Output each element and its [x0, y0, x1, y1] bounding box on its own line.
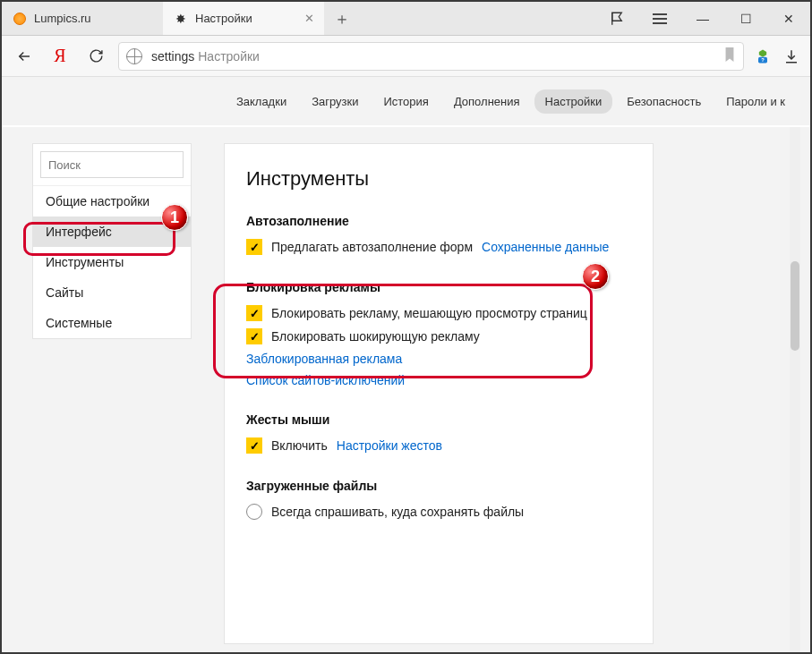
autofill-heading: Автозаполнение [246, 214, 631, 228]
sidebar-search-input[interactable] [40, 151, 184, 178]
new-tab-button[interactable]: ＋ [324, 2, 360, 35]
nav-addons[interactable]: Дополнения [443, 89, 531, 114]
svg-text:?: ? [761, 56, 765, 62]
autofill-label: Предлагать автозаполнение форм [271, 240, 473, 254]
bookmark-icon[interactable] [723, 47, 736, 65]
address-text: settingsНастройки [151, 49, 260, 64]
close-window-icon[interactable]: ✕ [767, 2, 810, 35]
nav-security[interactable]: Безопасность [616, 89, 712, 114]
tab-title: Настройки [195, 12, 252, 25]
sidebar-wrap: Общие настройки Интерфейс Инструменты Са… [2, 127, 208, 652]
sidebar-item-tools[interactable]: Инструменты [33, 247, 191, 277]
svg-rect-2 [653, 22, 667, 24]
radio-ask-where[interactable] [246, 504, 262, 520]
minimize-icon[interactable]: — [681, 2, 724, 35]
nav-bookmarks[interactable]: Закладки [226, 89, 297, 114]
downloads-radio-label: Всегда спрашивать, куда сохранять файлы [271, 505, 524, 519]
section-autofill: Автозаполнение ✓ Предлагать автозаполнен… [246, 214, 631, 255]
section-gestures: Жесты мыши ✓ Включить Настройки жестов [246, 412, 631, 454]
settings-top-nav: Закладки Загрузки История Дополнения Нас… [2, 77, 810, 125]
reload-icon[interactable] [82, 43, 109, 70]
download-icon[interactable] [782, 47, 801, 66]
annotation-box-2 [213, 284, 593, 378]
close-tab-icon[interactable]: ✕ [304, 14, 313, 23]
gestures-label: Включить [271, 438, 328, 453]
browser-tabs-bar: Lumpics.ru ✸ Настройки ✕ ＋ — ☐ ✕ [2, 2, 810, 36]
panel-title: Инструменты [246, 167, 631, 191]
address-bar[interactable]: settingsНастройки [118, 42, 744, 71]
annotation-number-1: 1 [161, 204, 188, 231]
sidebar-item-system[interactable]: Системные [33, 308, 191, 338]
tab-title: Lumpics.ru [34, 12, 91, 25]
nav-passwords[interactable]: Пароли и к [715, 89, 796, 114]
globe-icon [126, 48, 142, 64]
back-icon[interactable] [11, 43, 38, 70]
annotation-number-2: 2 [582, 263, 609, 290]
nav-settings[interactable]: Настройки [534, 89, 613, 114]
svg-rect-1 [653, 18, 667, 20]
checkbox-autofill[interactable]: ✓ [246, 239, 262, 255]
section-downloads: Загруженные файлы Всегда спрашивать, куд… [246, 479, 631, 520]
settings-body: Общие настройки Интерфейс Инструменты Са… [2, 127, 810, 652]
settings-panel: Инструменты Автозаполнение ✓ Предлагать … [224, 143, 654, 644]
sidebar-item-sites[interactable]: Сайты [33, 277, 191, 308]
window-controls: — ☐ ✕ [595, 2, 810, 35]
nav-history[interactable]: История [372, 89, 439, 114]
menu-icon[interactable] [638, 2, 681, 35]
main-panel: Инструменты Автозаполнение ✓ Предлагать … [208, 127, 810, 652]
gear-icon: ✸ [174, 12, 188, 26]
addons-icon[interactable]: ? [753, 47, 773, 66]
yandex-logo-icon[interactable]: Я [47, 43, 73, 70]
gestures-settings-link[interactable]: Настройки жестов [337, 438, 442, 453]
autofill-saved-link[interactable]: Сохраненные данные [482, 240, 609, 254]
maximize-icon[interactable]: ☐ [724, 2, 767, 35]
scrollbar-track[interactable] [790, 127, 800, 652]
nav-downloads[interactable]: Загрузки [301, 89, 369, 114]
checkbox-gestures[interactable]: ✓ [246, 437, 262, 454]
scrollbar-thumb[interactable] [791, 261, 799, 351]
downloads-heading: Загруженные файлы [246, 479, 631, 493]
browser-tab-settings[interactable]: ✸ Настройки ✕ [163, 2, 324, 35]
svg-rect-0 [653, 13, 667, 15]
settings-sidebar: Общие настройки Интерфейс Инструменты Са… [32, 143, 192, 339]
bookmark-flag-icon[interactable] [595, 2, 638, 35]
sidebar-search [33, 144, 191, 186]
gestures-heading: Жесты мыши [246, 412, 631, 427]
orange-favicon-icon [13, 12, 27, 26]
browser-toolbar: Я settingsНастройки ? [2, 36, 810, 77]
browser-tab-lumpics[interactable]: Lumpics.ru [2, 2, 163, 35]
extension-icons: ? [753, 47, 801, 66]
